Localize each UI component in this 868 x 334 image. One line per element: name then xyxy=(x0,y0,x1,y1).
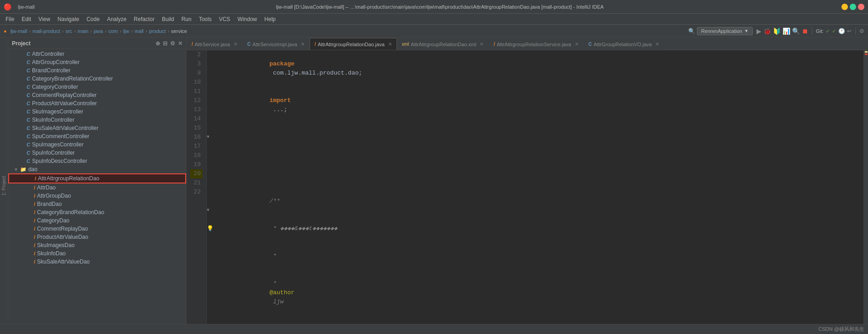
tree-item-SpuInfoController[interactable]: C SpuInfoController xyxy=(8,149,186,157)
menu-edit[interactable]: Edit xyxy=(18,15,35,23)
code-line-2: package com.ljw.mall.product.dao; xyxy=(220,50,860,87)
toolbar: ● ljw-mall › mall-product › src › main ›… xyxy=(0,25,868,38)
tree-item-ProductAttrValueController[interactable]: C ProductAttrValueController xyxy=(8,99,186,108)
tree-item-SkuInfoDao[interactable]: I SkuInfoDao xyxy=(8,249,186,258)
tree-item-SkuImagesDao[interactable]: I SkuImagesDao xyxy=(8,241,186,249)
breadcrumb-java[interactable]: java xyxy=(94,28,103,34)
menu-vcs[interactable]: VCS xyxy=(215,15,234,23)
code-line-3: import ...; xyxy=(220,87,860,124)
tree-item-CategoryBrandRelationDao[interactable]: I CategoryBrandRelationDao xyxy=(8,208,186,216)
tree-item-AttrGroupDao[interactable]: I AttrGroupDao xyxy=(8,192,186,200)
tree-item-BrandController[interactable]: C BrandController xyxy=(8,66,186,75)
gutter-bulb-20[interactable]: 💡 xyxy=(207,224,216,233)
author-val: ljw xyxy=(269,298,284,305)
search-icon[interactable]: 🔍 xyxy=(688,28,695,34)
tree-item-label: AttrGroupController xyxy=(32,59,80,65)
run-button[interactable]: ▶ xyxy=(756,27,761,35)
file-icon-c: C xyxy=(27,109,30,114)
tree-item-CommentReplayDao[interactable]: I CommentReplayDao xyxy=(8,225,186,233)
settings-icon[interactable]: ⚙ xyxy=(859,28,864,34)
maximize-button[interactable] xyxy=(850,4,856,10)
debug-button[interactable]: 🐞 xyxy=(763,27,771,35)
sidebar-icon-close[interactable]: ✕ xyxy=(178,40,182,47)
menu-window[interactable]: Window xyxy=(234,15,261,23)
tree-item-CategoryDao[interactable]: I CategoryDao xyxy=(8,216,186,225)
menu-run[interactable]: Run xyxy=(178,15,195,23)
tab-AttrServiceImpl[interactable]: C AttrServiceImpl.java ✕ xyxy=(242,38,310,50)
tree-item-ProductAttrValueDao[interactable]: I ProductAttrValueDao xyxy=(8,233,186,241)
tree-item-SkuSaleAttrValueDao[interactable]: I SkuSaleAttrValueDao xyxy=(8,258,186,266)
tree-item-SpuInfoDescController[interactable]: C SpuInfoDescController xyxy=(8,157,186,165)
line-num: 11 xyxy=(190,87,203,96)
git-clock[interactable]: 🕐 xyxy=(838,28,845,34)
tab-close-btn[interactable]: ✕ xyxy=(301,42,305,47)
close-button[interactable] xyxy=(858,4,864,10)
breadcrumb-product[interactable]: product xyxy=(149,28,166,34)
line-num: 18 xyxy=(190,151,203,160)
tree-item-CommentReplayController[interactable]: C CommentReplayController xyxy=(8,91,186,99)
breadcrumb-main[interactable]: main xyxy=(78,28,89,34)
tree-item-AttrAttrgroupRelationDao[interactable]: I AttrAttrgroupRelationDao xyxy=(8,173,186,183)
file-icon-c: C xyxy=(27,51,30,57)
tree-item-BrandDao[interactable]: I BrandDao xyxy=(8,200,186,208)
menu-tools[interactable]: Tools xyxy=(195,15,215,23)
breadcrumb-com[interactable]: com xyxy=(108,28,118,34)
tab-close-btn[interactable]: ✕ xyxy=(480,42,483,47)
coverage-button[interactable]: 🔰 xyxy=(773,27,781,35)
sidebar-icon-settings[interactable]: ⚙ xyxy=(170,40,175,47)
tree-item-AttrGroupController[interactable]: C AttrGroupController xyxy=(8,58,186,66)
tree-item-SkuInfoController[interactable]: C SkuInfoController xyxy=(8,116,186,124)
search2-icon[interactable]: 🔍 xyxy=(792,27,800,35)
sidebar-icon-add[interactable]: ⊕ xyxy=(155,40,160,47)
tab-close-btn[interactable]: ✕ xyxy=(655,42,659,47)
tab-AttrService[interactable]: I AttrService.java ✕ xyxy=(187,38,242,50)
tree-item-CategoryBrandRelationController[interactable]: C CategoryBrandRelationController xyxy=(8,75,186,83)
tab-AttrGroupRelationVO[interactable]: C AttrGroupRelationVO.java ✕ xyxy=(584,38,664,50)
breadcrumb-mall[interactable]: mall xyxy=(134,28,144,34)
menu-file[interactable]: File xyxy=(2,15,18,23)
sep1: › xyxy=(29,28,31,34)
tree-item-SpuCommentController[interactable]: C SpuCommentController xyxy=(8,132,186,140)
code-editor[interactable]: 2 3 9 10 11 12 13 14 15 xyxy=(187,50,868,334)
run-config-dropdown[interactable]: ▼ xyxy=(744,28,749,33)
fold-icon[interactable]: ▼ xyxy=(207,133,209,142)
file-icon-c: C xyxy=(27,84,30,90)
menu-code[interactable]: Code xyxy=(83,15,103,23)
tree-item-SkuImagesController[interactable]: C SkuImagesController xyxy=(8,108,186,116)
minimize-button[interactable] xyxy=(841,4,848,10)
sidebar-icon-collapse[interactable]: ⊟ xyxy=(163,40,167,47)
tree-item-SpuImagesController[interactable]: C SpuImagesController xyxy=(8,140,186,149)
breadcrumb-src[interactable]: src xyxy=(65,28,72,34)
run-config-selector[interactable]: RenrenApplication ▼ xyxy=(697,27,753,35)
menu-analyze[interactable]: Analyze xyxy=(103,15,130,23)
menu-file[interactable]: ljw-mall xyxy=(14,3,38,11)
menu-view[interactable]: View xyxy=(35,15,54,23)
tab-AttrAttrgroupRelationDaoXml[interactable]: xml AttrAttrgroupRelationDao.xml ✕ xyxy=(397,38,489,50)
tree-item-AttrController[interactable]: C AttrController xyxy=(8,50,186,58)
tab-close-btn[interactable]: ✕ xyxy=(234,42,237,47)
tab-close-btn[interactable]: ✕ xyxy=(575,42,579,47)
git-undo[interactable]: ↩ xyxy=(847,28,852,34)
tree-item-AttrDao[interactable]: I AttrDao xyxy=(8,183,186,192)
tab-close-btn[interactable]: ✕ xyxy=(388,42,392,47)
tree-item-CategoryController[interactable]: C CategoryController xyxy=(8,83,186,91)
stop-button[interactable]: ⏹ xyxy=(802,27,808,35)
fold-icon[interactable]: ▼ xyxy=(207,206,209,215)
menu-refactor[interactable]: Refactor xyxy=(130,15,158,23)
menu-build[interactable]: Build xyxy=(158,15,178,23)
menu-navigate[interactable]: Navigate xyxy=(54,15,83,23)
gutter-fold-10[interactable]: ▼ xyxy=(207,133,216,142)
profile-button[interactable]: 📊 xyxy=(782,27,790,35)
gutter-fold-18[interactable]: ▼ xyxy=(207,206,216,215)
tab-AttrAttrgroupRelationService[interactable]: I AttrAttrgroupRelationService.java ✕ xyxy=(488,38,583,50)
tab-AttrAttrgroupRelationDao[interactable]: I AttrAttrgroupRelationDao.java ✕ xyxy=(310,38,397,50)
sep5: › xyxy=(105,28,107,34)
tree-item-SkuSaleAttrValueController[interactable]: C SkuSaleAttrValueController xyxy=(8,124,186,132)
breadcrumb-ljw[interactable]: ljw xyxy=(123,28,129,34)
breadcrumb-module[interactable]: mall-product xyxy=(32,28,60,34)
bulb-icon[interactable]: 💡 xyxy=(207,224,214,233)
tree-folder-dao[interactable]: ▼ 📁 dao xyxy=(8,165,186,173)
breadcrumb-service[interactable]: service xyxy=(171,28,187,34)
menu-help[interactable]: Help xyxy=(261,15,279,23)
breadcrumb-home[interactable]: ljw-mall xyxy=(11,28,27,34)
